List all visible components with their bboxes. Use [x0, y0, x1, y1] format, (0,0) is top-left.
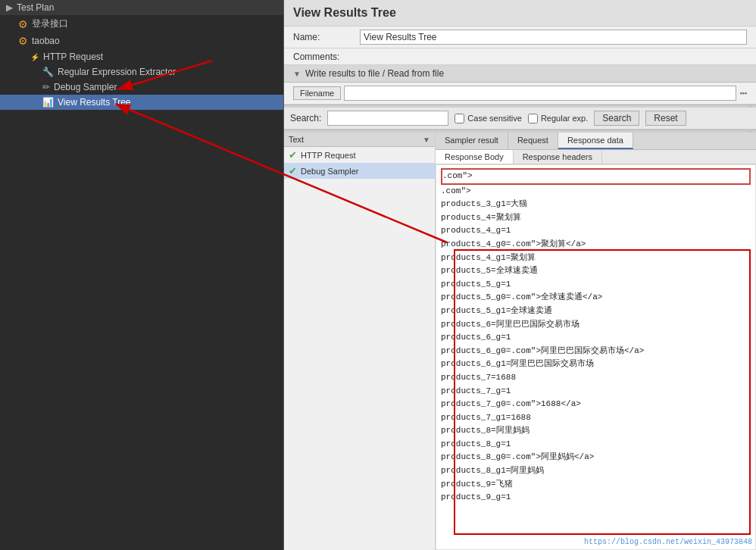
content-line-1: .com"> — [441, 185, 751, 198]
triangle-icon: ▶ — [6, 2, 13, 13]
content-line-20: products_8_g=1 — [441, 438, 751, 452]
tree-item-label: Debug Sampler — [54, 82, 117, 92]
tree-item-label: 登录接口 — [32, 17, 68, 30]
tree-item-debug-sampler[interactable]: ✏ Debug Sampler — [0, 80, 283, 95]
tab-response-data[interactable]: Response data — [558, 133, 633, 149]
tree-item-label: HTTP Request — [43, 52, 103, 62]
case-sensitive-checkbox[interactable] — [455, 114, 464, 123]
regular-exp-checkbox[interactable] — [528, 114, 538, 123]
result-item-debug[interactable]: ✔ Debug Sampler — [284, 163, 435, 179]
results-icon: 📊 — [42, 97, 54, 108]
wrench-icon: 🔧 — [42, 67, 54, 77]
debug-icon: ✏ — [42, 82, 50, 92]
content-line-12: products_6_g=1 — [441, 331, 751, 345]
result-item-label: HTTP Request — [301, 151, 356, 160]
filename-label: Filename — [293, 86, 341, 100]
content-line-3: products_4=聚划算 — [441, 211, 751, 225]
write-section-header: ▼ Write results to file / Read from file — [284, 65, 756, 83]
gear-icon: ⚙ — [18, 18, 28, 30]
result-item-label: Debug Sampler — [301, 167, 358, 176]
dots-icon: ▪▪▪ — [739, 89, 747, 97]
tree-item-label: View Results Tree — [58, 97, 131, 108]
reset-button[interactable]: Reset — [645, 111, 686, 126]
content-line-21: products_8_g0=.com">阿里妈妈</a> — [441, 451, 751, 464]
right-results-panel: Sampler result Request Response data Res… — [436, 133, 756, 550]
content-line-7: products_5=全球速卖通 — [441, 264, 751, 278]
dropdown-arrow-icon[interactable]: ▼ — [423, 136, 430, 144]
tab-sampler-result[interactable]: Sampler result — [436, 133, 508, 149]
write-section-label: Write results to file / Read from file — [305, 68, 444, 79]
comments-row: Comments: — [284, 48, 756, 65]
content-line-23: products_9=飞猪 — [441, 478, 751, 492]
results-area: Text ▼ ✔ HTTP Request ✔ Debug Sampler Sa… — [284, 133, 756, 550]
content-line-18: products_7_g1=1688 — [441, 411, 751, 425]
content-line-16: products_7_g=1 — [441, 385, 751, 398]
content-line-8: products_5_g=1 — [441, 278, 751, 292]
case-sensitive-row: Case sensitive — [455, 114, 522, 123]
content-line-13: products_6_g0=.com">阿里巴巴国际交易市场</a> — [441, 345, 751, 358]
triangle-down-icon: ▼ — [293, 70, 301, 78]
results-header: Text ▼ — [284, 133, 435, 147]
filename-row: Filename ▪▪▪ — [284, 83, 756, 105]
content-line-22: products_8_g1=阿里妈妈 — [441, 464, 751, 478]
content-line-4: products_4_g=1 — [441, 224, 751, 238]
tree-item-label: Regular Expression Extractor — [58, 67, 176, 77]
sub-tab-response-headers[interactable]: Response headers — [514, 150, 602, 164]
http-icon: ⚡ — [30, 53, 39, 61]
left-results-panel: Text ▼ ✔ HTTP Request ✔ Debug Sampler — [284, 133, 436, 550]
tabs-row: Sampler result Request Response data — [436, 133, 756, 150]
tree-item-test-plan[interactable]: ▶ Test Plan — [0, 0, 283, 15]
content-line-19: products_8=阿里妈妈 — [441, 424, 751, 438]
tree-item-regex-extractor[interactable]: 🔧 Regular Expression Extractor — [0, 64, 283, 80]
result-item-http[interactable]: ✔ HTTP Request — [284, 147, 435, 163]
comments-label: Comments: — [293, 52, 354, 62]
panel-header: View Results Tree — [284, 0, 756, 27]
tree-item-view-results-tree[interactable]: 📊 View Results Tree — [0, 95, 283, 110]
case-sensitive-label: Case sensitive — [467, 114, 522, 123]
content-line-15: products_7=1688 — [441, 371, 751, 385]
gear-icon: ⚙ — [18, 35, 28, 47]
content-line-0: .com"> — [441, 168, 751, 185]
sub-tab-response-body[interactable]: Response Body — [436, 150, 514, 164]
tab-request[interactable]: Request — [508, 133, 558, 149]
name-row: Name: — [284, 27, 756, 48]
right-panel: View Results Tree Name: Comments: ▼ Writ… — [284, 0, 756, 550]
regular-exp-row: Regular exp. — [528, 114, 588, 123]
green-shield-icon: ✔ — [289, 165, 297, 177]
tree-item-label: Test Plan — [17, 2, 54, 13]
name-input[interactable] — [360, 30, 747, 45]
content-line-17: products_7_g0=.com">1688</a> — [441, 398, 751, 411]
content-line-5: products_4_g0=.com">聚划算</a> — [441, 238, 751, 252]
search-row: Search: Case sensitive Regular exp. Sear… — [284, 108, 756, 130]
content-line-24: products_9_g=1 — [441, 491, 751, 505]
panel-title: View Results Tree — [293, 6, 396, 19]
search-button[interactable]: Search — [594, 111, 639, 126]
content-line-9: products_5_g0=.com">全球速卖通</a> — [441, 291, 751, 305]
tree-item-http-request[interactable]: ⚡ HTTP Request — [0, 49, 283, 64]
green-shield-icon: ✔ — [289, 149, 297, 161]
regular-exp-label: Regular exp. — [541, 114, 588, 123]
text-label: Text — [289, 135, 420, 144]
left-panel: ▶ Test Plan ⚙ 登录接口 ⚙ taobao ⚡ HTTP Reque… — [0, 0, 284, 550]
content-area[interactable]: .com"> .com">products_3_g1=大猫products_4=… — [436, 164, 756, 550]
content-line-6: products_4_g1=聚划算 — [441, 252, 751, 265]
tree-item-taobao[interactable]: ⚙ taobao — [0, 33, 283, 49]
content-line-10: products_5_g1=全球速卖通 — [441, 305, 751, 318]
sub-tabs-row: Response Body Response headers — [436, 150, 756, 164]
content-line-11: products_6=阿里巴巴国际交易市场 — [441, 318, 751, 332]
name-label: Name: — [293, 32, 354, 42]
watermark: https://blog.csdn.net/weixin_43973848 — [584, 538, 752, 546]
filename-input[interactable] — [344, 86, 736, 101]
search-input[interactable] — [327, 111, 448, 126]
content-line-14: products_6_g1=阿里巴巴国际交易市场 — [441, 358, 751, 371]
search-label: Search: — [290, 113, 321, 123]
tree-item-label: taobao — [32, 36, 60, 46]
tree-item-login[interactable]: ⚙ 登录接口 — [0, 15, 283, 33]
content-line-2: products_3_g1=大猫 — [441, 198, 751, 211]
